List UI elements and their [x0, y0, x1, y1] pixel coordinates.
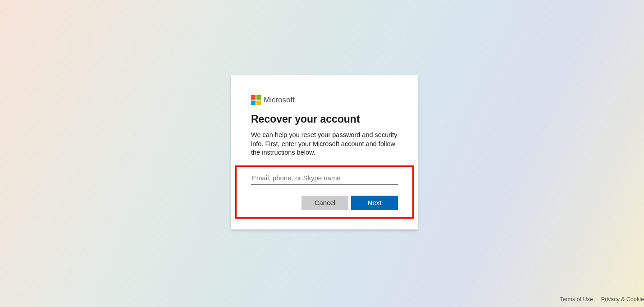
- button-row: Cancel Next: [251, 196, 398, 210]
- next-button[interactable]: Next: [351, 196, 398, 210]
- page-title: Recover your account: [251, 113, 398, 125]
- footer-links: Terms of Use Privacy & Cookie: [560, 296, 644, 302]
- brand-name: Microsoft: [264, 96, 295, 105]
- description-text: We can help you reset your password and …: [251, 131, 398, 157]
- account-input[interactable]: [251, 171, 398, 185]
- highlighted-form-area: Cancel Next: [235, 165, 414, 219]
- cancel-button[interactable]: Cancel: [301, 196, 348, 210]
- terms-of-use-link[interactable]: Terms of Use: [560, 296, 593, 302]
- recover-account-card: Microsoft Recover your account We can he…: [231, 75, 418, 229]
- privacy-cookies-link[interactable]: Privacy & Cookie: [601, 296, 644, 302]
- microsoft-logo-icon: [251, 95, 261, 105]
- brand-row: Microsoft: [251, 95, 398, 105]
